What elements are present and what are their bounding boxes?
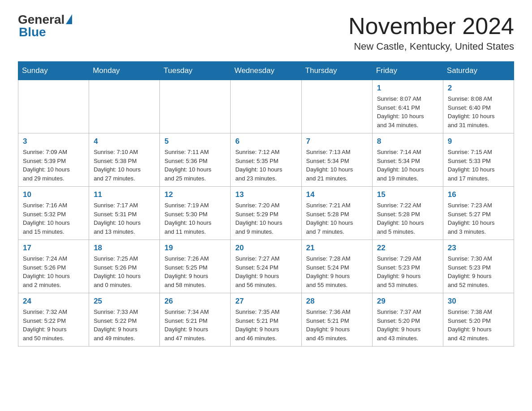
day-info: Sunrise: 7:09 AMSunset: 5:39 PMDaylight:… [23, 148, 84, 183]
day-number: 29 [377, 297, 438, 306]
column-header-saturday: Saturday [443, 62, 514, 80]
calendar-cell [301, 80, 372, 133]
day-info: Sunrise: 7:25 AMSunset: 5:26 PMDaylight:… [94, 254, 155, 289]
calendar-cell: 16Sunrise: 7:23 AMSunset: 5:27 PMDayligh… [443, 187, 514, 240]
column-header-sunday: Sunday [18, 62, 89, 80]
day-number: 13 [235, 190, 296, 199]
calendar-cell: 12Sunrise: 7:19 AMSunset: 5:30 PMDayligh… [160, 187, 231, 240]
logo-general-text: General [18, 13, 64, 26]
calendar-cell: 24Sunrise: 7:32 AMSunset: 5:22 PMDayligh… [18, 293, 89, 347]
day-number: 1 [377, 84, 438, 93]
day-info: Sunrise: 7:16 AMSunset: 5:32 PMDaylight:… [23, 201, 84, 236]
day-info: Sunrise: 8:08 AMSunset: 6:40 PMDaylight:… [448, 94, 509, 129]
day-number: 2 [448, 84, 509, 93]
day-info: Sunrise: 8:07 AMSunset: 6:41 PMDaylight:… [377, 94, 438, 129]
logo-triangle-icon [66, 14, 72, 24]
day-number: 14 [306, 190, 368, 199]
calendar-cell: 13Sunrise: 7:20 AMSunset: 5:29 PMDayligh… [231, 187, 301, 240]
day-info: Sunrise: 7:27 AMSunset: 5:24 PMDaylight:… [235, 254, 296, 289]
day-number: 27 [235, 297, 296, 306]
day-number: 3 [23, 137, 84, 146]
day-number: 5 [164, 137, 226, 146]
column-header-thursday: Thursday [301, 62, 372, 80]
day-info: Sunrise: 7:36 AMSunset: 5:21 PMDaylight:… [306, 308, 368, 342]
calendar-cell: 7Sunrise: 7:13 AMSunset: 5:34 PMDaylight… [301, 133, 372, 187]
day-info: Sunrise: 7:30 AMSunset: 5:23 PMDaylight:… [448, 254, 509, 289]
day-info: Sunrise: 7:17 AMSunset: 5:31 PMDaylight:… [94, 201, 155, 236]
page-header: General Blue November 2024 New Castle, K… [18, 13, 514, 52]
day-number: 30 [448, 297, 509, 306]
calendar-week-row: 3Sunrise: 7:09 AMSunset: 5:39 PMDaylight… [18, 133, 514, 187]
calendar-cell: 1Sunrise: 8:07 AMSunset: 6:41 PMDaylight… [372, 80, 443, 133]
day-info: Sunrise: 7:10 AMSunset: 5:38 PMDaylight:… [94, 148, 155, 183]
calendar-cell: 23Sunrise: 7:30 AMSunset: 5:23 PMDayligh… [443, 240, 514, 293]
calendar-week-row: 1Sunrise: 8:07 AMSunset: 6:41 PMDaylight… [18, 80, 514, 133]
day-number: 12 [164, 190, 226, 199]
day-info: Sunrise: 7:33 AMSunset: 5:22 PMDaylight:… [94, 308, 155, 342]
day-info: Sunrise: 7:37 AMSunset: 5:20 PMDaylight:… [377, 308, 438, 342]
calendar-cell: 27Sunrise: 7:35 AMSunset: 5:21 PMDayligh… [231, 293, 301, 347]
calendar-cell: 10Sunrise: 7:16 AMSunset: 5:32 PMDayligh… [18, 187, 89, 240]
day-info: Sunrise: 7:15 AMSunset: 5:33 PMDaylight:… [448, 148, 509, 183]
day-number: 20 [235, 244, 296, 253]
day-info: Sunrise: 7:29 AMSunset: 5:23 PMDaylight:… [377, 254, 438, 289]
calendar-cell: 11Sunrise: 7:17 AMSunset: 5:31 PMDayligh… [89, 187, 160, 240]
calendar-cell: 6Sunrise: 7:12 AMSunset: 5:35 PMDaylight… [231, 133, 301, 187]
calendar-cell: 17Sunrise: 7:24 AMSunset: 5:26 PMDayligh… [18, 240, 89, 293]
calendar-cell: 28Sunrise: 7:36 AMSunset: 5:21 PMDayligh… [301, 293, 372, 347]
day-number: 24 [23, 297, 84, 306]
calendar-cell [160, 80, 231, 133]
calendar-cell: 9Sunrise: 7:15 AMSunset: 5:33 PMDaylight… [443, 133, 514, 187]
calendar-cell: 21Sunrise: 7:28 AMSunset: 5:24 PMDayligh… [301, 240, 372, 293]
calendar-cell: 8Sunrise: 7:14 AMSunset: 5:34 PMDaylight… [372, 133, 443, 187]
day-info: Sunrise: 7:26 AMSunset: 5:25 PMDaylight:… [164, 254, 226, 289]
logo-blue-text: Blue [19, 26, 72, 39]
calendar-cell: 14Sunrise: 7:21 AMSunset: 5:28 PMDayligh… [301, 187, 372, 240]
day-number: 19 [164, 244, 226, 253]
day-info: Sunrise: 7:38 AMSunset: 5:20 PMDaylight:… [448, 308, 509, 342]
day-number: 6 [235, 137, 296, 146]
day-info: Sunrise: 7:19 AMSunset: 5:30 PMDaylight:… [164, 201, 226, 236]
day-info: Sunrise: 7:24 AMSunset: 5:26 PMDaylight:… [23, 254, 84, 289]
day-info: Sunrise: 7:23 AMSunset: 5:27 PMDaylight:… [448, 201, 509, 236]
calendar-week-row: 10Sunrise: 7:16 AMSunset: 5:32 PMDayligh… [18, 187, 514, 240]
day-number: 11 [94, 190, 155, 199]
day-number: 4 [94, 137, 155, 146]
day-info: Sunrise: 7:20 AMSunset: 5:29 PMDaylight:… [235, 201, 296, 236]
day-number: 15 [377, 190, 438, 199]
calendar-cell: 22Sunrise: 7:29 AMSunset: 5:23 PMDayligh… [372, 240, 443, 293]
location-label: New Castle, Kentucky, United States [348, 41, 514, 52]
calendar-cell: 18Sunrise: 7:25 AMSunset: 5:26 PMDayligh… [89, 240, 160, 293]
calendar-cell: 26Sunrise: 7:34 AMSunset: 5:21 PMDayligh… [160, 293, 231, 347]
column-header-wednesday: Wednesday [231, 62, 301, 80]
day-info: Sunrise: 7:22 AMSunset: 5:28 PMDaylight:… [377, 201, 438, 236]
day-info: Sunrise: 7:14 AMSunset: 5:34 PMDaylight:… [377, 148, 438, 183]
day-info: Sunrise: 7:34 AMSunset: 5:21 PMDaylight:… [164, 308, 226, 342]
title-block: November 2024 New Castle, Kentucky, Unit… [348, 13, 514, 52]
calendar-cell [231, 80, 301, 133]
calendar-cell: 19Sunrise: 7:26 AMSunset: 5:25 PMDayligh… [160, 240, 231, 293]
calendar-cell: 15Sunrise: 7:22 AMSunset: 5:28 PMDayligh… [372, 187, 443, 240]
day-info: Sunrise: 7:21 AMSunset: 5:28 PMDaylight:… [306, 201, 368, 236]
day-number: 22 [377, 244, 438, 253]
day-number: 10 [23, 190, 84, 199]
day-number: 8 [377, 137, 438, 146]
column-header-tuesday: Tuesday [160, 62, 231, 80]
logo: General Blue [18, 13, 72, 39]
day-info: Sunrise: 7:12 AMSunset: 5:35 PMDaylight:… [235, 148, 296, 183]
calendar-cell: 3Sunrise: 7:09 AMSunset: 5:39 PMDaylight… [18, 133, 89, 187]
column-header-friday: Friday [372, 62, 443, 80]
calendar-cell: 25Sunrise: 7:33 AMSunset: 5:22 PMDayligh… [89, 293, 160, 347]
calendar-cell: 30Sunrise: 7:38 AMSunset: 5:20 PMDayligh… [443, 293, 514, 347]
calendar-cell: 4Sunrise: 7:10 AMSunset: 5:38 PMDaylight… [89, 133, 160, 187]
calendar-cell: 20Sunrise: 7:27 AMSunset: 5:24 PMDayligh… [231, 240, 301, 293]
calendar-week-row: 17Sunrise: 7:24 AMSunset: 5:26 PMDayligh… [18, 240, 514, 293]
day-info: Sunrise: 7:11 AMSunset: 5:36 PMDaylight:… [164, 148, 226, 183]
day-info: Sunrise: 7:28 AMSunset: 5:24 PMDaylight:… [306, 254, 368, 289]
day-number: 9 [448, 137, 509, 146]
day-number: 25 [94, 297, 155, 306]
day-info: Sunrise: 7:35 AMSunset: 5:21 PMDaylight:… [235, 308, 296, 342]
day-number: 16 [448, 190, 509, 199]
day-number: 23 [448, 244, 509, 253]
day-number: 7 [306, 137, 368, 146]
